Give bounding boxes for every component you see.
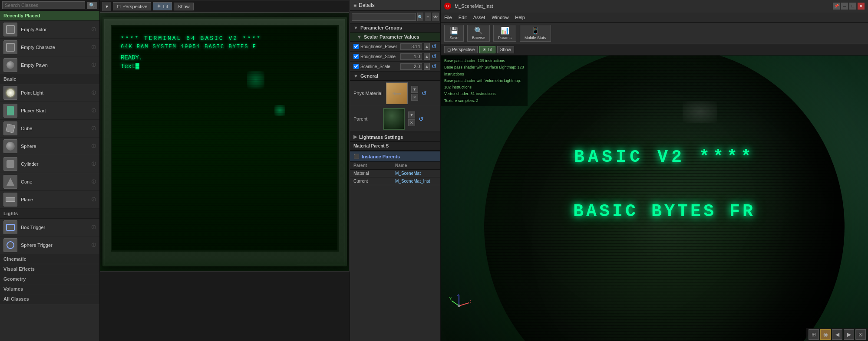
mat-show-button[interactable]: Show [497,46,514,53]
actor-item-cylinder[interactable]: Cylinder ⓘ [0,155,99,173]
details-search-input[interactable] [352,13,416,21]
menu-file[interactable]: File [444,15,452,20]
section-scalar-params[interactable]: ▼ Scalar Parameter Values [350,33,440,42]
phys-material-value: None [393,92,401,95]
actor-item-plane[interactable]: Plane ⓘ [0,191,99,209]
scanline-scale-up-btn[interactable]: ▲ [424,63,430,70]
browse-label: Browse [472,36,485,40]
close-button[interactable]: ✕ [858,3,865,10]
viewport-bg: **** TERMINAL 64 BASIC V2 **** 64K RAM S… [100,13,349,271]
roughness-scale-input[interactable]: 1.0 [400,53,422,60]
details-search-btn[interactable]: 🔍 [417,13,423,21]
cube-icon [3,121,17,135]
section-arrow: ▼ [357,34,362,39]
category-recently-placed[interactable]: Recently Placed [0,11,99,21]
mat-show-label: Show [500,47,511,52]
inst-val-material: M_SceneMat [395,171,437,176]
actor-label: Point Light [21,90,88,95]
phys-mat-arrow[interactable]: ↺ [422,90,427,97]
category-basic[interactable]: Basic [0,74,99,84]
scanline-scale-arrow[interactable]: ↺ [432,63,437,70]
actor-item-sphere[interactable]: Sphere ⓘ [0,138,99,155]
actor-item-cone[interactable]: Cone ⓘ [0,173,99,191]
actor-label: Sphere Trigger [21,243,88,248]
mat-lit-label: Lit [488,47,492,52]
save-tool-button[interactable]: 💾 Save [444,25,464,42]
browse-tool-button[interactable]: 🔍 Browse [467,25,490,42]
category-lights[interactable]: Lights [0,209,99,219]
roughness-scale-arrow[interactable]: ↺ [432,53,437,60]
bt-btn-5[interactable]: ⊠ [855,329,866,340]
bt-btn-2[interactable]: ◉ [820,329,831,340]
section-lightmass[interactable]: ▶ Lightmass Settings [350,132,440,142]
mat-perspective-button[interactable]: ◻ Perspective [444,46,478,53]
phys-mat-clear-btn[interactable]: ✕ [411,94,418,101]
params-tool-button[interactable]: 📊 Params [493,25,516,42]
phys-mat-edit-btn[interactable]: ▼ [411,86,418,93]
parent-edit-btn[interactable]: ▼ [408,111,415,118]
category-volumes[interactable]: Volumes [0,284,99,294]
roughness-scale-checkbox[interactable] [353,54,359,59]
scanline-scale-checkbox[interactable] [353,64,359,69]
details-filter-btn[interactable]: ≡ [425,13,431,21]
mat-preview-area: Base pass shader: 109 instructions Base … [441,56,868,341]
bt-btn-4[interactable]: ▶ [844,329,854,340]
bt-btn-1[interactable]: ⊞ [809,329,819,340]
viewport-mode-dropdown[interactable]: ▾ [102,2,111,11]
menu-edit[interactable]: Edit [459,15,467,20]
bt-btn-3[interactable]: ◀ [832,329,842,340]
perspective-icon: ◻ [117,3,121,9]
section-label: Parameter Groups [360,25,402,30]
scanline-scale-input[interactable]: 2.0 [400,63,422,70]
mat-lit-button[interactable]: ☀ Lit [479,46,495,53]
param-row-scanline-scale: Scanline_Scale 2.0 ▲ ↺ [350,62,440,72]
actor-item-player-start[interactable]: Player Start ⓘ [0,102,99,120]
actor-item-empty-character[interactable]: Empty Characte ⓘ [0,39,99,56]
pin-button[interactable]: 📌 [833,3,840,10]
param-row-roughness-scale: Roughness_Scale 1.0 ▲ ↺ [350,52,440,62]
menu-help[interactable]: Help [515,15,525,20]
sphere-scanlines [484,56,845,341]
roughness-scale-up-btn[interactable]: ▲ [424,53,430,60]
category-all-classes[interactable]: All Classes [0,294,99,304]
instance-parents-panel: ⬛ Instance Parents Parent Name Material … [350,151,440,185]
minimize-button[interactable]: ─ [841,3,848,10]
category-cinematic[interactable]: Cinematic [0,254,99,264]
lightmass-label: Lightmass Settings [359,134,403,140]
bottom-right-toolbar: ⊞ ◉ ◀ ▶ ⊠ [806,328,868,341]
show-button[interactable]: Show [174,3,194,10]
mat-menubar: File Edit Asset Window Help [441,12,868,23]
lit-label: Lit [163,4,168,9]
maximize-button[interactable]: □ [849,3,856,10]
menu-asset[interactable]: Asset [473,15,485,20]
details-panel: ≡ Details 🔍 ≡ 👁 ▼ Parameter Groups ▼ Sca… [350,0,441,341]
actor-item-empty-actor[interactable]: Empty Actor ⓘ [0,21,99,39]
menu-window[interactable]: Window [492,15,508,20]
category-visual-effects[interactable]: Visual Effects [0,264,99,274]
roughness-power-input[interactable]: 3.14 [400,43,422,50]
parent-arrow[interactable]: ↺ [419,115,424,122]
parent-clear-btn[interactable]: ✕ [408,119,415,126]
mat-viewport-bar: ◻ Perspective ☀ Lit Show [441,44,868,56]
category-geometry[interactable]: Geometry [0,274,99,284]
details-options-btn[interactable]: 👁 [432,13,439,21]
roughness-power-checkbox[interactable] [353,44,359,49]
section-parameter-groups[interactable]: ▼ Parameter Groups [350,23,440,33]
parent-slot: Parent ▼ ✕ ↺ [350,106,440,132]
section-material-parent[interactable]: Material Parent S [350,142,440,151]
section-general[interactable]: ▼ General [350,72,440,81]
lit-button[interactable]: ☀ Lit [153,2,172,10]
actor-item-point-light[interactable]: Point Light ⓘ [0,84,99,102]
search-button[interactable]: 🔍 [87,2,97,9]
perspective-button[interactable]: ◻ Perspective [113,2,151,10]
actor-item-empty-pawn[interactable]: Empty Pawn ⓘ [0,56,99,74]
roughness-power-up-btn[interactable]: ▲ [424,43,430,50]
actor-item-sphere-trigger[interactable]: Sphere Trigger ⓘ [0,236,99,254]
search-input[interactable] [2,1,85,9]
actor-info: ⓘ [92,26,96,33]
actor-item-cube[interactable]: Cube ⓘ [0,120,99,138]
roughness-power-arrow[interactable]: ↺ [432,43,437,50]
mobile-stats-tool-button[interactable]: 📱 Mobile Stats [520,25,551,42]
actor-item-box-trigger[interactable]: Box Trigger ⓘ [0,219,99,236]
mobile-stats-icon: 📱 [531,26,540,35]
